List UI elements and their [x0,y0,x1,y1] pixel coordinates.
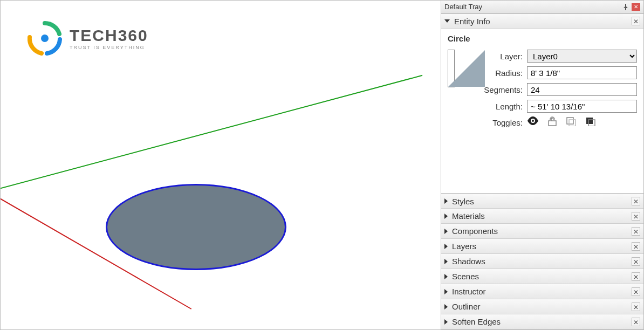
chevron-right-icon [444,229,448,234]
panel-entity-info-label: Entity Info [454,17,490,26]
panel-close-icon[interactable]: ✕ [632,302,640,311]
panel-outliner-label: Outliner [452,302,481,311]
chevron-right-icon [444,198,448,204]
collapsed-panels: Styles ✕ Materials ✕ Components ✕ Layers… [441,194,643,329]
logo: TECH360 TRUST IS EVERYTHING [28,21,148,56]
logo-tagline: TRUST IS EVERYTHING [70,45,148,50]
chevron-right-icon [444,244,448,249]
panel-close-icon[interactable]: ✕ [632,212,640,221]
radius-input[interactable] [527,66,637,79]
panel-styles-label: Styles [452,197,474,206]
material-swatch[interactable] [448,50,455,87]
panel-materials[interactable]: Materials ✕ [441,209,643,224]
default-tray: Default Tray ✕ Entity Info ✕ Circle Laye… [441,1,643,329]
chevron-right-icon [444,319,448,325]
chevron-right-icon [444,214,448,219]
panel-soften-edges[interactable]: Soften Edges ✕ [441,314,643,329]
visible-toggle-icon[interactable] [527,116,539,129]
entity-type: Circle [448,34,637,43]
panel-scenes[interactable]: Scenes ✕ [441,269,643,284]
panel-materials-label: Materials [452,211,485,221]
chevron-right-icon [444,304,448,310]
receive-shadow-toggle-icon[interactable] [585,116,596,129]
panel-outliner[interactable]: Outliner ✕ [441,299,643,314]
panel-entity-info-header[interactable]: Entity Info ✕ [441,13,643,29]
circle-entity[interactable] [106,184,286,270]
layer-select[interactable]: Layer0 [527,50,637,63]
panel-close-icon[interactable]: ✕ [632,17,640,25]
panel-close-icon[interactable]: ✕ [632,257,640,266]
chevron-right-icon [444,274,448,279]
panel-components[interactable]: Components ✕ [441,224,643,239]
axis-green [1,75,422,190]
shadow-toggle-icon[interactable] [566,116,577,129]
panel-layers[interactable]: Layers ✕ [441,239,643,254]
svg-point-1 [532,120,534,122]
panel-styles[interactable]: Styles ✕ [441,194,643,209]
panel-scenes-label: Scenes [452,272,479,281]
panel-shadows[interactable]: Shadows ✕ [441,254,643,269]
panel-close-icon[interactable]: ✕ [632,272,640,281]
panel-instructor[interactable]: Instructor ✕ [441,284,643,299]
lock-toggle-icon[interactable] [547,116,557,129]
svg-point-0 [41,35,49,42]
chevron-right-icon [444,259,448,264]
close-icon[interactable]: ✕ [632,3,640,11]
panel-close-icon[interactable]: ✕ [632,287,640,296]
panel-components-label: Components [452,226,498,236]
logo-mark-icon [28,21,62,56]
panel-close-icon[interactable]: ✕ [632,197,640,205]
tray-title-text: Default Tray [444,3,482,11]
segments-input[interactable] [527,83,637,96]
panel-close-icon[interactable]: ✕ [632,318,640,326]
entity-info-body: Circle Layer: Layer0 Radius: [441,29,643,194]
logo-brand: TECH360 [70,26,148,45]
panel-instructor-label: Instructor [452,287,486,296]
panel-layers-label: Layers [452,242,476,251]
tray-titlebar[interactable]: Default Tray ✕ [441,1,643,13]
pin-icon[interactable] [622,3,629,11]
panel-shadows-label: Shadows [452,257,485,266]
toggles-label: Toggles: [468,118,527,127]
panel-close-icon[interactable]: ✕ [632,227,640,236]
chevron-down-icon [444,19,450,23]
panel-soften-edges-label: Soften Edges [452,317,501,326]
chevron-right-icon [444,289,448,294]
viewport[interactable]: TECH360 TRUST IS EVERYTHING [1,1,441,329]
length-label: Length: [468,102,527,111]
panel-close-icon[interactable]: ✕ [632,242,640,251]
length-input[interactable] [527,100,637,113]
